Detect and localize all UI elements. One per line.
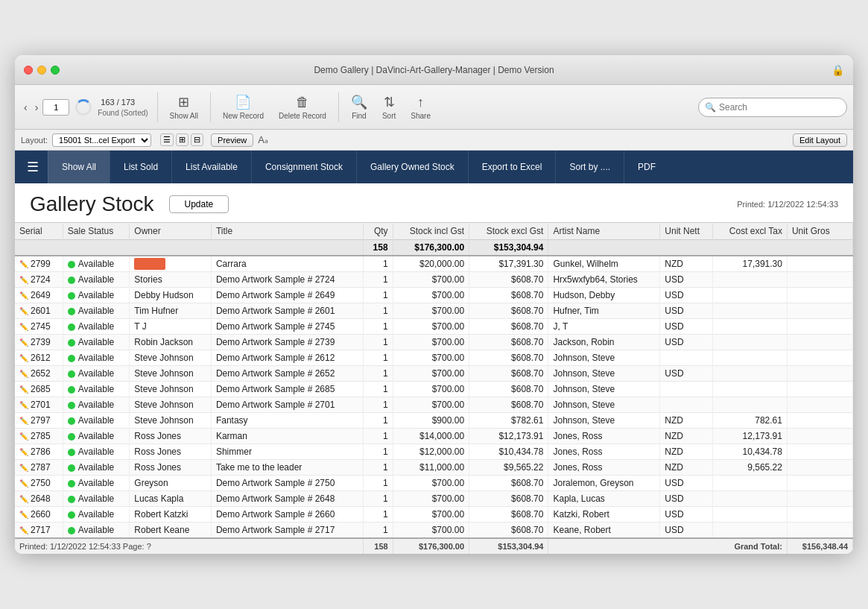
gallery-stock-table: Serial Sale Status Owner Title Qty Stock… <box>15 222 853 554</box>
col-qty: Qty <box>364 223 393 240</box>
table-row[interactable]: ✏️2745 Available T J Demo Artwork Sample… <box>15 319 853 335</box>
table-row[interactable]: ✏️2648 Available Lucas Kapla Demo Artwor… <box>15 491 853 507</box>
find-icon: 🔍 <box>351 94 367 110</box>
cell-stock-incl: $700.00 <box>393 288 469 303</box>
show-all-group[interactable]: ⊞ Show All <box>164 94 204 120</box>
cell-artist: J, T <box>548 319 660 335</box>
cell-cost <box>713 366 788 382</box>
table-row[interactable]: ✏️2660 Available Robert Katzki Demo Artw… <box>15 507 853 523</box>
cell-stock-excl: $12,173.91 <box>469 429 548 444</box>
cell-currency <box>660 382 713 397</box>
table-row[interactable]: ✏️2797 Available Steve Johnson Fantasy 1… <box>15 413 853 429</box>
toolbar: ‹ › 163 / 173 Found (Sorted) ⊞ Show All … <box>15 85 853 130</box>
preview-button[interactable]: Preview <box>211 133 253 147</box>
view-table-icon[interactable]: ⊞ <box>176 133 189 146</box>
table-row[interactable]: ✏️2799 Available Carrara 1 $20,000.00 $1… <box>15 256 853 272</box>
edit-icon: ✏️ <box>19 511 28 519</box>
cell-owner: Steve Johnson <box>130 366 212 382</box>
cell-stock-excl: $608.70 <box>469 335 548 350</box>
hamburger-button[interactable]: ☰ <box>18 159 48 175</box>
edit-layout-button[interactable]: Edit Layout <box>793 133 847 147</box>
find-group[interactable]: 🔍 Find <box>345 94 373 120</box>
table-row[interactable]: ✏️2612 Available Steve Johnson Demo Artw… <box>15 350 853 366</box>
table-row[interactable]: ✏️2724 Available Stories Demo Artwork Sa… <box>15 272 853 288</box>
column-headers-row: Serial Sale Status Owner Title Qty Stock… <box>15 223 853 240</box>
sort-group[interactable]: ⇅ Sort <box>376 94 402 120</box>
cell-stock-excl: $608.70 <box>469 288 548 303</box>
view-grid-icon[interactable]: ⊟ <box>191 133 203 146</box>
new-record-group[interactable]: 📄 New Record <box>217 94 270 120</box>
edit-icon: ✏️ <box>19 417 28 425</box>
cell-currency: USD <box>660 523 713 539</box>
cell-owner: Greyson <box>130 476 212 491</box>
tab-sort-by[interactable]: Sort by .... <box>555 151 624 183</box>
tab-gallery-owned-stock[interactable]: Gallery Owned Stock <box>356 151 468 183</box>
cell-owner: Steve Johnson <box>130 397 212 413</box>
cell-stock-incl: $700.00 <box>393 476 469 491</box>
cell-qty: 1 <box>364 491 393 507</box>
cell-title: Demo Artwork Sample # 2739 <box>211 335 364 350</box>
share-group[interactable]: ↑ Share <box>405 95 437 120</box>
totals-stock-incl: $176,300.00 <box>393 240 469 256</box>
maximize-button[interactable] <box>51 66 60 75</box>
cell-stock-excl: $9,565.22 <box>469 460 548 476</box>
table-row[interactable]: ✏️2787 Available Ross Jones Take me to t… <box>15 460 853 476</box>
table-row[interactable]: ✏️2739 Available Robin Jackson Demo Artw… <box>15 335 853 350</box>
search-input[interactable] <box>719 102 840 113</box>
cell-unit-gross <box>787 476 852 491</box>
table-row[interactable]: ✏️2750 Available Greyson Demo Artwork Sa… <box>15 476 853 491</box>
table-row[interactable]: ✏️2701 Available Steve Johnson Demo Artw… <box>15 397 853 413</box>
view-list-icon[interactable]: ☰ <box>160 133 174 146</box>
tab-export-excel[interactable]: Export to Excel <box>468 151 556 183</box>
table-row[interactable]: ✏️2717 Available Robert Keane Demo Artwo… <box>15 523 853 539</box>
cell-serial: ✏️2649 <box>15 288 63 303</box>
cell-artist: Jones, Ross <box>548 444 660 460</box>
cell-status: Available <box>63 476 130 491</box>
cell-owner: Robert Katzki <box>130 507 212 523</box>
cell-serial: ✏️2739 <box>15 335 63 350</box>
table-row[interactable]: ✏️2785 Available Ross Jones Karman 1 $14… <box>15 429 853 444</box>
layout-select[interactable]: 15001 St...cel Export <box>52 133 151 147</box>
cell-unit-gross <box>787 382 852 397</box>
back-button[interactable]: ‹ <box>21 100 31 115</box>
table-row[interactable]: ✏️2685 Available Steve Johnson Demo Artw… <box>15 382 853 397</box>
footer-stock-excl: $153,304.94 <box>469 538 548 554</box>
cell-stock-incl: $700.00 <box>393 366 469 382</box>
delete-record-group[interactable]: 🗑 Delete Record <box>273 95 332 120</box>
cell-stock-excl: $10,434.78 <box>469 444 548 460</box>
footer-stock-incl: $176,300.00 <box>393 538 469 554</box>
titlebar: Demo Gallery | DaVinci-Art-Gallery-Manag… <box>15 55 853 85</box>
table-row[interactable]: ✏️2649 Available Debby Hudson Demo Artwo… <box>15 288 853 303</box>
update-button[interactable]: Update <box>169 195 229 213</box>
cell-qty: 1 <box>364 319 393 335</box>
share-label: Share <box>411 112 431 120</box>
cell-artist: Kapla, Lucas <box>548 491 660 507</box>
cell-owner: Lucas Kapla <box>130 491 212 507</box>
divider-2 <box>210 92 211 122</box>
tab-list-available[interactable]: List Available <box>171 151 251 183</box>
show-all-label: Show All <box>170 112 198 120</box>
table-row[interactable]: ✏️2786 Available Ross Jones Shimmer 1 $1… <box>15 444 853 460</box>
record-number-input[interactable] <box>42 99 69 116</box>
cell-unit-gross <box>787 366 852 382</box>
cell-qty: 1 <box>364 397 393 413</box>
cell-serial: ✏️2786 <box>15 444 63 460</box>
forward-button[interactable]: › <box>32 100 42 115</box>
tab-list-sold[interactable]: List Sold <box>110 151 171 183</box>
cell-artist: Hufner, Tim <box>548 303 660 319</box>
sort-label: Sort <box>382 112 396 120</box>
table-row[interactable]: ✏️2652 Available Steve Johnson Demo Artw… <box>15 366 853 382</box>
status-dot <box>68 339 75 347</box>
tab-pdf[interactable]: PDF <box>624 151 669 183</box>
minimize-button[interactable] <box>37 66 46 75</box>
cell-stock-incl: $11,000.00 <box>393 460 469 476</box>
close-button[interactable] <box>24 66 33 75</box>
cell-cost: 10,434.78 <box>713 444 788 460</box>
tab-consignment-stock[interactable]: Consignment Stock <box>251 151 356 183</box>
table-row[interactable]: ✏️2601 Available Tim Hufner Demo Artwork… <box>15 303 853 319</box>
search-bar[interactable]: 🔍 <box>698 98 847 117</box>
cell-unit-gross <box>787 429 852 444</box>
tab-show-all[interactable]: Show All <box>48 151 110 183</box>
delete-record-label: Delete Record <box>279 112 326 120</box>
layout-bar: Layout: 15001 St...cel Export ☰ ⊞ ⊟ Prev… <box>15 130 853 151</box>
